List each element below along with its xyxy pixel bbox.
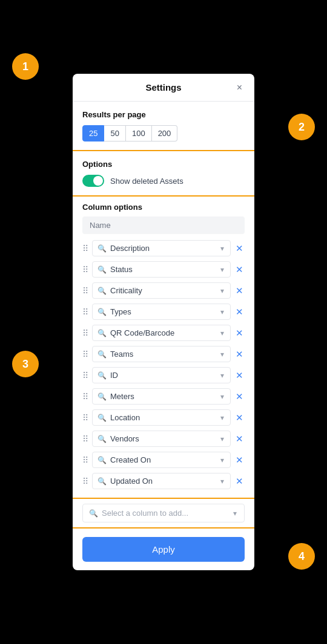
col-select-criticality[interactable]: 🔍 Criticality ▾ xyxy=(92,282,231,299)
chevron-status[interactable]: ▾ xyxy=(219,265,225,274)
col-name-types: Types xyxy=(110,307,216,316)
add-column-select[interactable]: 🔍 Select a column to add... ▾ xyxy=(82,504,245,522)
col-name-updated-on: Updated On xyxy=(110,476,216,486)
per-page-25[interactable]: 25 xyxy=(82,125,104,141)
modal-header: Settings × xyxy=(73,74,254,102)
chevron-id[interactable]: ▾ xyxy=(219,371,225,380)
remove-vendors[interactable]: ✕ xyxy=(234,434,245,444)
col-row-qr: ⠿ 🔍 QR Code/Barcode ▾ ✕ xyxy=(82,322,245,343)
chevron-teams[interactable]: ▾ xyxy=(219,350,225,359)
col-row-id: ⠿ 🔍 ID ▾ ✕ xyxy=(82,365,245,386)
search-icon-criticality: 🔍 xyxy=(97,287,107,295)
search-icon-teams: 🔍 xyxy=(97,350,107,359)
col-row-created-on: ⠿ 🔍 Created On ▾ ✕ xyxy=(82,449,245,470)
remove-types[interactable]: ✕ xyxy=(234,307,245,317)
col-select-id[interactable]: 🔍 ID ▾ xyxy=(92,367,231,383)
col-name-description: Description xyxy=(110,244,216,253)
col-select-vendors[interactable]: 🔍 Vendors ▾ xyxy=(92,431,231,447)
drag-handle-id[interactable]: ⠿ xyxy=(82,371,88,380)
annotation-2: 2 xyxy=(288,114,315,140)
col-row-location: ⠿ 🔍 Location ▾ ✕ xyxy=(82,407,245,428)
drag-handle-meters[interactable]: ⠿ xyxy=(82,392,88,402)
chevron-add-col[interactable]: ▾ xyxy=(232,509,238,518)
search-icon-vendors: 🔍 xyxy=(97,435,107,443)
apply-button[interactable]: Apply xyxy=(82,537,245,562)
remove-teams[interactable]: ✕ xyxy=(234,349,245,360)
col-name-header: Name xyxy=(82,216,245,234)
search-icon-qr: 🔍 xyxy=(97,329,107,337)
chevron-location[interactable]: ▾ xyxy=(219,414,225,422)
search-icon-status: 🔍 xyxy=(97,265,107,274)
col-select-teams[interactable]: 🔍 Teams ▾ xyxy=(92,346,231,362)
col-name-created-on: Created On xyxy=(110,455,216,464)
remove-meters[interactable]: ✕ xyxy=(234,391,245,402)
drag-handle-types[interactable]: ⠿ xyxy=(82,307,88,317)
chevron-created-on[interactable]: ▾ xyxy=(219,456,225,464)
col-select-types[interactable]: 🔍 Types ▾ xyxy=(92,304,231,320)
column-options-label: Column options xyxy=(82,203,245,212)
col-name-location: Location xyxy=(110,413,216,422)
drag-handle-location[interactable]: ⠿ xyxy=(82,413,88,423)
col-select-location[interactable]: 🔍 Location ▾ xyxy=(92,409,231,426)
col-row-description: ⠿ 🔍 Description ▾ ✕ xyxy=(82,238,245,259)
show-deleted-row: Show deleted Assets xyxy=(82,175,245,187)
search-icon-types: 🔍 xyxy=(97,308,107,316)
drag-handle-vendors[interactable]: ⠿ xyxy=(82,434,88,444)
chevron-criticality[interactable]: ▾ xyxy=(219,287,225,295)
remove-status[interactable]: ✕ xyxy=(234,264,245,275)
col-select-meters[interactable]: 🔍 Meters ▾ xyxy=(92,388,231,405)
search-icon-meters: 🔍 xyxy=(97,392,107,401)
close-button[interactable]: × xyxy=(233,81,246,94)
col-select-status[interactable]: 🔍 Status ▾ xyxy=(92,261,231,278)
per-page-100[interactable]: 100 xyxy=(126,125,152,141)
drag-handle-created-on[interactable]: ⠿ xyxy=(82,455,88,465)
remove-qr[interactable]: ✕ xyxy=(234,328,245,339)
add-column-section: 🔍 Select a column to add... ▾ xyxy=(73,499,254,529)
per-page-200[interactable]: 200 xyxy=(152,125,178,141)
col-select-updated-on[interactable]: 🔍 Updated On ▾ xyxy=(92,473,231,489)
col-name-status: Status xyxy=(110,265,216,274)
remove-description[interactable]: ✕ xyxy=(234,243,245,254)
show-deleted-label: Show deleted Assets xyxy=(110,177,183,186)
options-label: Options xyxy=(82,160,245,169)
col-select-created-on[interactable]: 🔍 Created On ▾ xyxy=(92,452,231,468)
col-select-qr[interactable]: 🔍 QR Code/Barcode ▾ xyxy=(92,325,231,341)
remove-updated-on[interactable]: ✕ xyxy=(234,476,245,487)
chevron-description[interactable]: ▾ xyxy=(219,244,225,253)
search-icon-created-on: 🔍 xyxy=(97,456,107,464)
col-select-description[interactable]: 🔍 Description ▾ xyxy=(92,240,231,256)
settings-modal: Settings × Results per page 25 50 100 20… xyxy=(73,74,254,570)
col-name-id: ID xyxy=(110,371,216,380)
col-name-criticality: Criticality xyxy=(110,286,216,295)
apply-section: Apply xyxy=(73,529,254,570)
search-icon-description: 🔍 xyxy=(97,244,107,253)
show-deleted-toggle[interactable] xyxy=(82,175,104,187)
drag-handle-qr[interactable]: ⠿ xyxy=(82,328,88,338)
drag-handle-description[interactable]: ⠿ xyxy=(82,244,88,253)
toggle-knob xyxy=(93,176,103,186)
annotation-1: 1 xyxy=(12,53,39,80)
chevron-vendors[interactable]: ▾ xyxy=(219,435,225,443)
search-icon-id: 🔍 xyxy=(97,371,107,380)
remove-created-on[interactable]: ✕ xyxy=(234,455,245,466)
annotation-4: 4 xyxy=(288,543,315,570)
remove-criticality[interactable]: ✕ xyxy=(234,285,245,296)
col-name-qr: QR Code/Barcode xyxy=(110,328,216,337)
col-row-status: ⠿ 🔍 Status ▾ ✕ xyxy=(82,259,245,280)
remove-id[interactable]: ✕ xyxy=(234,370,245,381)
col-row-types: ⠿ 🔍 Types ▾ ✕ xyxy=(82,301,245,322)
results-per-page-label: Results per page xyxy=(82,110,245,119)
drag-handle-updated-on[interactable]: ⠿ xyxy=(82,476,88,486)
per-page-options: 25 50 100 200 xyxy=(82,125,245,141)
drag-handle-status[interactable]: ⠿ xyxy=(82,265,88,275)
remove-location[interactable]: ✕ xyxy=(234,412,245,423)
chevron-updated-on[interactable]: ▾ xyxy=(219,477,225,486)
options-section: Options Show deleted Assets xyxy=(73,151,254,197)
chevron-meters[interactable]: ▾ xyxy=(219,392,225,401)
chevron-types[interactable]: ▾ xyxy=(219,308,225,316)
drag-handle-criticality[interactable]: ⠿ xyxy=(82,286,88,296)
per-page-50[interactable]: 50 xyxy=(104,125,125,141)
add-col-placeholder: Select a column to add... xyxy=(102,509,228,518)
drag-handle-teams[interactable]: ⠿ xyxy=(82,350,88,359)
chevron-qr[interactable]: ▾ xyxy=(219,329,225,337)
